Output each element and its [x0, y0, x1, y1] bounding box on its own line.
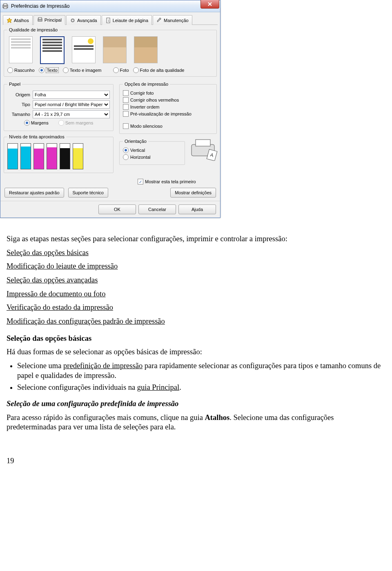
- link-opcoes-basicas[interactable]: Seleção das opções básicas: [7, 249, 89, 257]
- print-options-legend: Opções de impressão: [123, 82, 170, 87]
- ink-cartridge: [47, 143, 57, 169]
- thumb-rascunho[interactable]: [9, 36, 33, 63]
- size-select[interactable]: A4 - 21 x 29,7 cm: [33, 110, 110, 118]
- type-label: Tipo: [7, 102, 30, 107]
- link-predefinicao[interactable]: predefinição de impressão: [63, 362, 143, 370]
- chk-corrigir-foto[interactable]: Corrigir foto: [123, 90, 213, 96]
- ink-cartridge: [33, 143, 44, 169]
- radio-foto-alta[interactable]: Foto de alta qualidade: [133, 67, 185, 73]
- p-duas-formas: Há duas formas de se selecionar as opçõe…: [7, 347, 385, 357]
- chk-mostrar-primeiro[interactable]: Mostrar esta tela primeiro: [138, 179, 218, 184]
- close-button[interactable]: [200, 0, 219, 9]
- tab-leiaute[interactable]: 1 Leiaute de página: [102, 15, 152, 25]
- origin-label: Origem: [7, 92, 30, 97]
- titlebar[interactable]: Preferências de Impressão: [0, 0, 220, 12]
- radio-vertical[interactable]: Vertical: [123, 147, 181, 153]
- document-body: Siga as etapas nestas seções para seleci…: [0, 226, 392, 449]
- bullet-2: Selecione configurações individuais na g…: [17, 383, 385, 393]
- radio-texto-imagem[interactable]: Texto e imagem: [63, 67, 102, 73]
- svg-rect-5: [38, 18, 42, 19]
- chk-inverter-ordem[interactable]: Inverter ordem: [123, 104, 213, 110]
- radio-rascunho[interactable]: Rascunho: [7, 67, 35, 73]
- thumb-foto-alta[interactable]: [134, 36, 158, 63]
- printer-icon: [37, 17, 43, 23]
- tab-principal[interactable]: Principal: [33, 15, 65, 25]
- radio-foto[interactable]: Foto: [113, 67, 129, 73]
- quality-group: Qualidade de impressão Rascunho Texto Te…: [4, 27, 217, 77]
- window-title: Preferências de Impressão: [11, 3, 69, 9]
- printer-preview-icon: A: [188, 137, 218, 161]
- svg-marker-3: [7, 18, 12, 23]
- printer-icon: [2, 3, 9, 9]
- radio-margens[interactable]: Margens: [24, 120, 49, 126]
- link-padrao[interactable]: Modificação das configurações padrão de …: [7, 317, 165, 325]
- heading-basicas: Seleção das opções básicas: [7, 334, 385, 344]
- chk-modo-silencioso[interactable]: Modo silencioso: [123, 123, 213, 129]
- thumb-texto[interactable]: [40, 36, 65, 64]
- tab-atalhos[interactable]: Atalhos: [3, 15, 33, 25]
- star-icon: [7, 18, 12, 23]
- show-defs-button[interactable]: Mostrar definições: [170, 188, 216, 198]
- size-label: Tamanho: [7, 112, 30, 117]
- chk-pre-visualizacao[interactable]: Pré-visualização de impressão: [123, 111, 213, 117]
- link-guia-principal[interactable]: guia Principal: [137, 383, 179, 391]
- ink-cartridge: [60, 143, 70, 169]
- page-icon: 1: [105, 18, 111, 23]
- radio-horizontal[interactable]: Horizontal: [123, 154, 181, 160]
- orientation-legend: Orientação: [123, 139, 148, 144]
- subheading-predefinida: Seleção de uma configuração predefinida …: [7, 399, 385, 409]
- ink-cartridge: [73, 143, 83, 169]
- paper-group: Papel Origem Folha Tipo Papel normal / B…: [4, 82, 114, 131]
- type-select[interactable]: Papel normal / Bright White Paper: [33, 100, 110, 109]
- link-estado[interactable]: Verificação do estado da impressão: [7, 303, 113, 311]
- tab-avancada[interactable]: Avançada: [66, 15, 101, 25]
- link-leiaute[interactable]: Modificação do leiaute de impressão: [7, 262, 118, 270]
- help-button[interactable]: Ajuda: [178, 204, 216, 214]
- ink-legend: Níveis de tinta aproximados: [7, 134, 66, 139]
- chk-olhos-vermelhos[interactable]: Corrigir olhos vermelhos: [123, 97, 213, 103]
- ink-cartridge: [20, 143, 31, 169]
- cancel-button[interactable]: Cancelar: [138, 204, 176, 214]
- support-button[interactable]: Suporte técnico: [68, 188, 108, 198]
- paper-legend: Papel: [7, 82, 22, 87]
- restore-button[interactable]: Restaurar ajustes padrão: [4, 188, 64, 198]
- link-documento-foto[interactable]: Impressão de documento ou foto: [7, 290, 106, 298]
- tab-manutencao[interactable]: Manutenção: [153, 15, 192, 25]
- svg-rect-2: [4, 7, 7, 9]
- svg-rect-1: [4, 4, 7, 5]
- orientation-group: Orientação Vertical Horizontal: [119, 139, 185, 165]
- intro-text: Siga as etapas nestas seções para seleci…: [7, 234, 385, 244]
- p-acesso-rapido: Para acesso rápido às configurações mais…: [7, 413, 385, 432]
- radio-texto[interactable]: Texto: [39, 67, 59, 73]
- wrench-icon: [156, 18, 162, 23]
- link-avancadas[interactable]: Seleção das opções avançadas: [7, 276, 98, 284]
- tab-bar: Atalhos Principal Avançada 1 Leiaute de …: [3, 15, 218, 25]
- svg-rect-11: [196, 140, 210, 146]
- svg-text:1: 1: [107, 19, 109, 22]
- page-number: 19: [0, 449, 392, 473]
- radio-sem-margens: Sem margens: [58, 120, 93, 126]
- bullet-1: Selecione uma predefinição de impressão …: [17, 361, 385, 380]
- ok-button[interactable]: OK: [98, 204, 136, 214]
- print-options-group: Opções de impressão Corrigir foto Corrig…: [119, 82, 217, 134]
- thumb-texto-imagem[interactable]: [72, 36, 96, 63]
- thumb-foto[interactable]: [103, 36, 127, 63]
- gear-icon: [70, 18, 76, 23]
- origin-select[interactable]: Folha: [33, 91, 110, 99]
- svg-point-7: [72, 20, 73, 21]
- dialog-footer: OK Cancelar Ajuda: [0, 201, 220, 218]
- print-preferences-window: Preferências de Impressão Atalhos Princi…: [0, 0, 220, 218]
- ink-group: Níveis de tinta aproximados: [4, 134, 114, 173]
- quality-legend: Qualidade de impressão: [7, 27, 59, 32]
- ink-cartridge: [7, 143, 18, 169]
